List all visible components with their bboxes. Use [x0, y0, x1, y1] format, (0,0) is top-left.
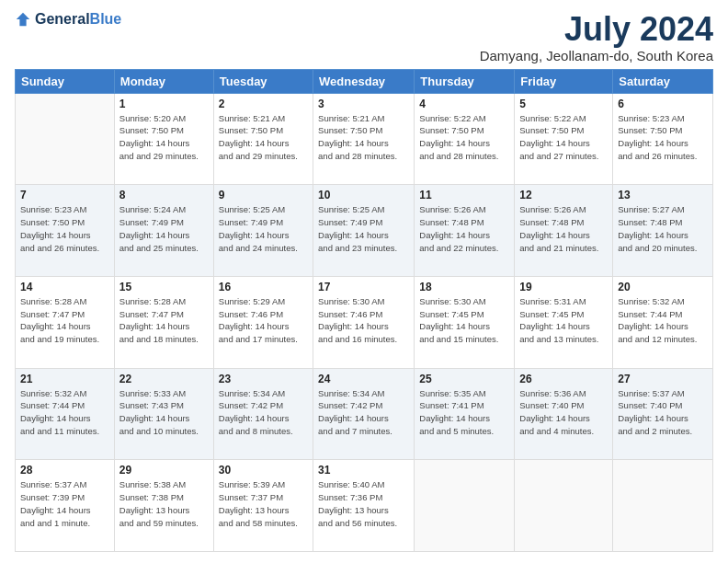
header-thursday: Thursday: [415, 69, 515, 93]
daylight-hours: Daylight: 14 hours: [519, 230, 590, 240]
day-cell: 2Sunrise: 5:21 AMSunset: 7:50 PMDaylight…: [213, 93, 313, 185]
day-cell: [515, 460, 613, 552]
sunrise-text: Sunrise: 5:36 AM: [519, 388, 586, 398]
daylight-minutes: and and 23 minutes.: [318, 243, 397, 253]
daylight-minutes: and and 28 minutes.: [318, 151, 397, 161]
sunrise-text: Sunrise: 5:20 AM: [119, 113, 186, 123]
day-info: Sunrise: 5:27 AMSunset: 7:48 PMDaylight:…: [618, 203, 708, 254]
day-info: Sunrise: 5:22 AMSunset: 7:50 PMDaylight:…: [519, 112, 608, 163]
daylight-hours: Daylight: 14 hours: [519, 321, 590, 331]
day-info: Sunrise: 5:24 AMSunset: 7:49 PMDaylight:…: [119, 203, 209, 254]
day-info: Sunrise: 5:28 AMSunset: 7:47 PMDaylight:…: [119, 295, 209, 346]
daylight-minutes: and and 26 minutes.: [20, 243, 99, 253]
sunrise-text: Sunrise: 5:37 AM: [618, 388, 684, 398]
page: GeneralBlue July 2024 Damyang, Jeollanam…: [0, 0, 728, 563]
daylight-minutes: and and 26 minutes.: [618, 151, 697, 161]
month-title: July 2024: [480, 11, 713, 48]
location: Damyang, Jeollanam-do, South Korea: [480, 48, 713, 63]
day-info: Sunrise: 5:36 AMSunset: 7:40 PMDaylight:…: [519, 387, 608, 438]
sunrise-text: Sunrise: 5:40 AM: [318, 479, 384, 489]
day-cell: 23Sunrise: 5:34 AMSunset: 7:42 PMDayligh…: [213, 368, 313, 460]
sunset-text: Sunset: 7:50 PM: [419, 125, 483, 135]
daylight-minutes: and and 16 minutes.: [318, 334, 397, 344]
header-saturday: Saturday: [613, 69, 713, 93]
daylight-hours: Daylight: 14 hours: [119, 138, 190, 148]
header-monday: Monday: [114, 69, 213, 93]
day-info: Sunrise: 5:31 AMSunset: 7:45 PMDaylight:…: [519, 295, 608, 346]
daylight-minutes: and and 4 minutes.: [519, 426, 594, 436]
day-number: 23: [219, 373, 308, 385]
sunrise-text: Sunrise: 5:37 AM: [20, 479, 86, 489]
sunrise-text: Sunrise: 5:23 AM: [618, 113, 684, 123]
daylight-minutes: and and 29 minutes.: [119, 151, 199, 161]
daylight-hours: Daylight: 14 hours: [219, 321, 290, 331]
sunset-text: Sunset: 7:40 PM: [519, 400, 584, 410]
daylight-minutes: and and 59 minutes.: [119, 518, 199, 528]
sunset-text: Sunset: 7:50 PM: [119, 125, 184, 135]
day-cell: 22Sunrise: 5:33 AMSunset: 7:43 PMDayligh…: [114, 368, 213, 460]
day-number: 16: [219, 281, 308, 293]
day-number: 17: [318, 281, 409, 293]
daylight-minutes: and and 20 minutes.: [618, 243, 697, 253]
day-info: Sunrise: 5:25 AMSunset: 7:49 PMDaylight:…: [219, 203, 308, 254]
sunset-text: Sunset: 7:40 PM: [618, 400, 682, 410]
day-cell: 29Sunrise: 5:38 AMSunset: 7:38 PMDayligh…: [114, 460, 213, 552]
day-info: Sunrise: 5:20 AMSunset: 7:50 PMDaylight:…: [119, 112, 209, 163]
sunset-text: Sunset: 7:43 PM: [119, 400, 184, 410]
day-cell: 20Sunrise: 5:32 AMSunset: 7:44 PMDayligh…: [613, 276, 713, 368]
daylight-minutes: and and 10 minutes.: [119, 426, 199, 436]
day-cell: [415, 460, 515, 552]
sunrise-text: Sunrise: 5:34 AM: [219, 388, 285, 398]
day-cell: 17Sunrise: 5:30 AMSunset: 7:46 PMDayligh…: [313, 276, 415, 368]
day-cell: 14Sunrise: 5:28 AMSunset: 7:47 PMDayligh…: [16, 276, 115, 368]
sunset-text: Sunset: 7:39 PM: [20, 492, 85, 502]
logo: GeneralBlue: [15, 11, 121, 28]
day-info: Sunrise: 5:34 AMSunset: 7:42 PMDaylight:…: [219, 387, 308, 438]
day-cell: 31Sunrise: 5:40 AMSunset: 7:36 PMDayligh…: [313, 460, 415, 552]
day-cell: 27Sunrise: 5:37 AMSunset: 7:40 PMDayligh…: [613, 368, 713, 460]
sunset-text: Sunset: 7:41 PM: [419, 400, 483, 410]
sunset-text: Sunset: 7:37 PM: [219, 492, 283, 502]
sunrise-text: Sunrise: 5:32 AM: [20, 388, 86, 398]
daylight-hours: Daylight: 14 hours: [20, 413, 91, 423]
daylight-hours: Daylight: 14 hours: [119, 321, 190, 331]
day-info: Sunrise: 5:25 AMSunset: 7:49 PMDaylight:…: [318, 203, 409, 254]
sunset-text: Sunset: 7:44 PM: [20, 400, 85, 410]
day-info: Sunrise: 5:33 AMSunset: 7:43 PMDaylight:…: [119, 387, 209, 438]
sunset-text: Sunset: 7:47 PM: [119, 309, 184, 319]
daylight-minutes: and and 27 minutes.: [519, 151, 598, 161]
day-number: 7: [20, 189, 109, 201]
day-cell: 15Sunrise: 5:28 AMSunset: 7:47 PMDayligh…: [114, 276, 213, 368]
sunrise-text: Sunrise: 5:21 AM: [219, 113, 285, 123]
sunset-text: Sunset: 7:46 PM: [318, 309, 382, 319]
day-cell: 4Sunrise: 5:22 AMSunset: 7:50 PMDaylight…: [415, 93, 515, 185]
sunrise-text: Sunrise: 5:22 AM: [419, 113, 485, 123]
sunrise-text: Sunrise: 5:25 AM: [318, 204, 384, 214]
daylight-minutes: and and 18 minutes.: [119, 334, 199, 344]
sunset-text: Sunset: 7:47 PM: [20, 309, 85, 319]
daylight-hours: Daylight: 14 hours: [219, 138, 290, 148]
sunset-text: Sunset: 7:50 PM: [519, 125, 584, 135]
day-cell: 11Sunrise: 5:26 AMSunset: 7:48 PMDayligh…: [415, 185, 515, 277]
daylight-minutes: and and 2 minutes.: [618, 426, 692, 436]
sunrise-text: Sunrise: 5:24 AM: [119, 204, 186, 214]
day-cell: 13Sunrise: 5:27 AMSunset: 7:48 PMDayligh…: [613, 185, 713, 277]
day-cell: 5Sunrise: 5:22 AMSunset: 7:50 PMDaylight…: [515, 93, 613, 185]
day-number: 15: [119, 281, 209, 293]
sunrise-text: Sunrise: 5:26 AM: [419, 204, 485, 214]
day-cell: [16, 93, 115, 185]
header-wednesday: Wednesday: [313, 69, 415, 93]
daylight-minutes: and and 21 minutes.: [519, 243, 598, 253]
sunset-text: Sunset: 7:45 PM: [419, 309, 483, 319]
day-cell: 28Sunrise: 5:37 AMSunset: 7:39 PMDayligh…: [16, 460, 115, 552]
day-number: 29: [119, 464, 209, 477]
daylight-minutes: and and 28 minutes.: [419, 151, 498, 161]
sunset-text: Sunset: 7:50 PM: [219, 125, 283, 135]
daylight-hours: Daylight: 14 hours: [219, 230, 290, 240]
day-number: 26: [519, 373, 608, 385]
day-number: 28: [20, 464, 109, 477]
day-number: 1: [119, 98, 209, 110]
sunrise-text: Sunrise: 5:34 AM: [318, 388, 384, 398]
daylight-hours: Daylight: 13 hours: [219, 505, 290, 515]
sunrise-text: Sunrise: 5:25 AM: [219, 204, 285, 214]
